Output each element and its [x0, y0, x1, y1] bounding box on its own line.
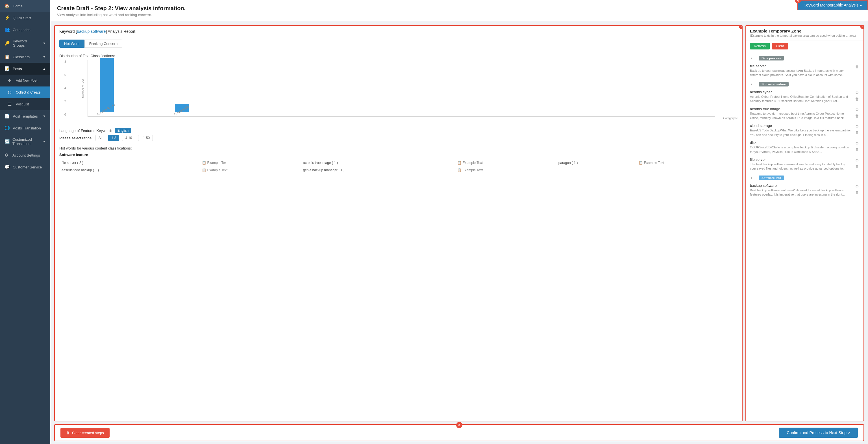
post-templates-icon: 📄 — [4, 114, 10, 119]
delete-icon[interactable]: 🗑 — [855, 190, 860, 195]
range-4-10-button[interactable]: 4-10 — [122, 135, 135, 141]
entry-title: acronis cyber — [750, 90, 853, 94]
sidebar-item-classifiers[interactable]: 📋 Classifiers ▼ — [0, 51, 50, 63]
clear-button[interactable]: Clear — [772, 43, 788, 50]
sidebar-item-keyword-groups[interactable]: 🔑 Keyword Groups ▼ — [0, 36, 50, 51]
collect-create-icon: ⬡ — [8, 90, 13, 95]
list-entry-actions: ⚙ 🗑 — [855, 157, 860, 169]
sidebar-item-account-settings[interactable]: ⚙ Account Settings — [0, 149, 50, 161]
range-1-3-button[interactable]: 1-3 — [108, 135, 119, 141]
collapse-icon[interactable]: ▲ — [746, 57, 753, 60]
sidebar-item-add-new-post[interactable]: ✈ Add New Post — [0, 75, 50, 87]
keyword-cell-2: acronis true image ( 1 ) — [301, 159, 455, 167]
right-panel-list: ▲ Data process file server Back up to yo… — [746, 52, 864, 421]
delete-icon[interactable]: 🗑 — [855, 96, 860, 102]
list-entry-actions: ⚙ 🗑 — [855, 123, 860, 136]
sidebar-item-label: Home — [13, 4, 23, 8]
category-section-software-info: ▲ Software info backup software Best bac… — [746, 174, 864, 199]
hotwords-area: Hot words for various content classifica… — [55, 143, 742, 421]
post-list-icon: ☰ — [8, 102, 13, 107]
settings-icon[interactable]: ⚙ — [855, 123, 860, 129]
list-item: file server Back up to your owncloud acc… — [746, 62, 864, 79]
tab-ranking-concern[interactable]: Ranking Concern — [85, 39, 122, 48]
example-text-cell[interactable]: 📋Example Text — [200, 159, 301, 167]
sidebar-item-posts-translation[interactable]: 🌐 Posts Translation — [0, 122, 50, 134]
entry-title: disk — [750, 141, 853, 145]
delete-icon[interactable]: 🗑 — [855, 113, 860, 119]
sidebar-item-label: Account Settings — [12, 153, 40, 157]
settings-icon[interactable]: ⚙ — [855, 141, 860, 146]
settings-icon[interactable]: ⚙ — [855, 157, 860, 163]
list-entry-content: file server Back up to your owncloud acc… — [750, 64, 853, 78]
list-entry-actions: ⚙ 🗑 — [855, 183, 860, 195]
keyword-cell-5: genie backup manager ( 1 ) — [301, 167, 455, 174]
delete-icon[interactable]: 🗑 — [855, 64, 860, 69]
list-entry-actions: ⚙ 🗑 — [855, 107, 860, 119]
entry-desc: Reasons to avoid:- Increases boot time A… — [750, 112, 853, 120]
sidebar-item-label: Add New Post — [16, 79, 37, 83]
category-label-software-info: Software info — [759, 176, 784, 180]
kma-btn-wrapper: 4 Keyword Monographic Analysis » — [797, 0, 868, 10]
example-text-cell-4[interactable]: 📋Example Text — [200, 167, 301, 174]
sidebar-item-posts[interactable]: 📝 Posts ▲ — [0, 63, 50, 75]
chevron-down-icon: ▼ — [43, 55, 46, 59]
sidebar-item-quick-start[interactable]: ⚡ Quick Start — [0, 12, 50, 24]
sidebar-item-collect-create[interactable]: ⬡ Collect & Create — [0, 87, 50, 98]
settings-icon[interactable]: ⚙ — [855, 183, 860, 189]
hotwords-title: Hot words for various content classifica… — [59, 146, 738, 150]
range-label: Please select range: — [59, 136, 93, 140]
categories-icon: 👥 — [4, 27, 10, 32]
chart-container: Number of Text Software feature Software… — [88, 60, 715, 117]
right-panel: 2 Example Temporary Zone (Example texts … — [745, 25, 864, 421]
hotwords-table: file server ( 2 ) 📋Example Text acronis … — [59, 159, 738, 174]
list-entry-content: disk 2)BDRSuiteBDRSuite is a complete ba… — [750, 141, 853, 154]
tab-hot-word[interactable]: Hot Word — [59, 39, 85, 48]
entry-title: file server — [750, 64, 853, 68]
list-item: cloud storage EaseUS Todo BackupWhat We … — [746, 122, 864, 139]
collapse-icon[interactable]: ▲ — [746, 176, 753, 179]
confirm-next-step-button[interactable]: Confirm and Process to Next Step > — [779, 427, 858, 438]
sidebar-item-categories[interactable]: 👥 Categories — [0, 24, 50, 36]
sidebar: 🏠 Home ⚡ Quick Start 👥 Categories 🔑 Keyw… — [0, 0, 50, 444]
list-entry-actions: 🗑 — [855, 64, 860, 69]
sidebar-item-post-list[interactable]: ☰ Post List — [0, 98, 50, 110]
range-11-50-button[interactable]: 11-50 — [138, 135, 153, 141]
sidebar-item-post-templates[interactable]: 📄 Post Templates ▼ — [0, 110, 50, 122]
sidebar-item-home[interactable]: 🏠 Home — [0, 0, 50, 12]
keyword-monographic-analysis-button[interactable]: Keyword Monographic Analysis » — [797, 0, 868, 10]
add-post-icon: ✈ — [8, 78, 13, 83]
list-entry-actions: ⚙ 🗑 — [855, 90, 860, 102]
entry-title: cloud storage — [750, 123, 853, 128]
category-section-software-feature: ▲ Software feature acronis cyber Acronis… — [746, 80, 864, 173]
entry-desc: EaseUS Todo BackupWhat We Like Lets you … — [750, 128, 853, 137]
sidebar-item-label: Collect & Create — [16, 90, 40, 94]
entry-desc: Best backup software featuresWhile most … — [750, 188, 853, 197]
sidebar-item-customized-translation[interactable]: 🔄 Customized Translation ▼ — [0, 134, 50, 149]
clear-created-steps-button[interactable]: 🗑 Clear created steps — [60, 428, 110, 438]
category-label-software-feature: Software feature — [759, 82, 788, 87]
example-text-cell-2[interactable]: 📋Example Text — [455, 159, 556, 167]
refresh-button[interactable]: Refresh — [750, 43, 770, 50]
range-row: Please select range: All 1-3 4-10 11-50 — [59, 135, 738, 141]
delete-icon[interactable]: 🗑 — [855, 147, 860, 152]
y-axis-label: Number of Text — [82, 79, 85, 98]
delete-icon[interactable]: 🗑 — [855, 164, 860, 169]
filter-area: Language of Featured Keyword: English Pl… — [55, 126, 742, 143]
example-text-cell-5[interactable]: 📋Example Text — [455, 167, 556, 174]
range-all-button[interactable]: All — [95, 135, 105, 141]
keyword-cell-3: paragon ( 1 ) — [556, 159, 637, 167]
sidebar-item-customer-service[interactable]: 💬 Customer Service — [0, 161, 50, 173]
hotwords-category-title: Software feature — [59, 153, 738, 157]
sidebar-item-label: Categories — [13, 28, 31, 32]
delete-icon[interactable]: 🗑 — [855, 130, 860, 136]
category-header: ▲ Software info — [746, 174, 864, 182]
kma-button-label: Keyword Monographic Analysis » — [804, 3, 862, 7]
settings-icon[interactable]: ⚙ — [855, 107, 860, 113]
collapse-icon[interactable]: ▲ — [746, 83, 753, 86]
bar-software-feature: Software feature — [96, 58, 117, 116]
settings-icon[interactable]: ⚙ — [855, 90, 860, 95]
chevron-down-icon: ▼ — [43, 115, 46, 118]
example-text-cell-3[interactable]: 📋Example Text — [637, 159, 738, 167]
footer-badge: 3 — [456, 422, 462, 428]
home-icon: 🏠 — [4, 3, 10, 8]
